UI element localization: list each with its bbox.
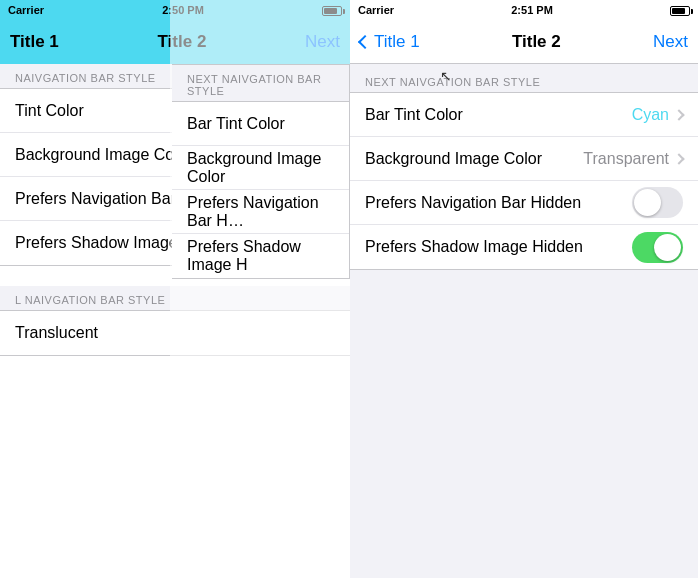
- mid-bar-tint-label: Bar Tint Color: [187, 115, 334, 133]
- table-row[interactable]: Prefers Navigation Bar H…: [172, 190, 349, 234]
- left-status-bar: Carrier 2:50 PM: [0, 0, 350, 20]
- translucent-label: Translucent: [15, 324, 335, 342]
- right-table: Bar Tint Color Cyan Background Image Col…: [350, 92, 698, 270]
- shadow-hidden-label: Prefers Shadow Image Hidden: [365, 238, 632, 256]
- bar-tint-label: Bar Tint Color: [365, 106, 632, 124]
- right-carrier: Carrier: [358, 4, 394, 16]
- right-nav-bar: Title 1 Title 2 Next: [350, 20, 698, 64]
- mid-overlay-panel: NEXT NAIVGATION BAR STYLE Bar Tint Color…: [172, 64, 350, 279]
- left-nav-bar: Title 1 Title 2 Next: [0, 20, 350, 64]
- mid-table: Bar Tint Color Background Image Color Pr…: [172, 101, 349, 279]
- table-row[interactable]: Bar Tint Color: [172, 102, 349, 146]
- left-panel: Carrier 2:50 PM Title 1 Title 2 Next NAI…: [0, 0, 350, 578]
- left-status-icons: [322, 4, 342, 16]
- nav-hidden-toggle[interactable]: [632, 187, 683, 218]
- table-row[interactable]: Prefers Navigation Bar Hidden: [350, 181, 698, 225]
- back-title: Title 1: [374, 32, 420, 52]
- bg-image-color-value: Transparent: [583, 150, 669, 168]
- table-row[interactable]: Prefers Shadow Image Hidden: [350, 225, 698, 269]
- bg-image-color-label: Background Image Color: [365, 150, 583, 168]
- back-chevron-icon: [358, 34, 372, 48]
- right-time: 2:51 PM: [511, 4, 553, 16]
- chevron-right-icon: [673, 109, 684, 120]
- table-row[interactable]: Bar Tint Color Cyan: [350, 93, 698, 137]
- back-button[interactable]: Title 1: [360, 32, 420, 52]
- right-status-bar: Carrier 2:51 PM: [350, 0, 698, 20]
- toggle-thumb: [654, 234, 681, 261]
- right-battery-icon: [670, 4, 690, 16]
- right-panel: Carrier 2:51 PM Title 1 Title 2 Next ↖ N…: [350, 0, 698, 578]
- mid-section-header: NEXT NAIVGATION BAR STYLE: [172, 64, 349, 101]
- nav-hidden-label: Prefers Navigation Bar Hidden: [365, 194, 632, 212]
- left-nav-title2: Title 2: [158, 32, 207, 52]
- left-nav-title1: Title 1: [10, 32, 59, 52]
- right-next-button[interactable]: Next: [653, 32, 688, 52]
- right-section-header: NEXT NAIVGATION BAR STYLE: [350, 68, 698, 92]
- toggle-thumb: [634, 189, 661, 216]
- shadow-hidden-toggle[interactable]: [632, 232, 683, 263]
- left-carrier: Carrier: [8, 4, 44, 16]
- table-row[interactable]: Translucent: [0, 311, 350, 355]
- left-table2: Translucent: [0, 310, 350, 356]
- right-status-icons: [670, 4, 690, 16]
- left-next-button[interactable]: Next: [305, 32, 340, 52]
- right-nav-title: Title 2: [512, 32, 561, 52]
- cursor-icon: ↖: [440, 68, 450, 82]
- bar-tint-value: Cyan: [632, 106, 669, 124]
- chevron-right-icon: [673, 153, 684, 164]
- table-row[interactable]: Background Image Color: [172, 146, 349, 190]
- mid-nav-hidden-label: Prefers Navigation Bar H…: [187, 194, 334, 230]
- table-row[interactable]: Prefers Shadow Image H: [172, 234, 349, 278]
- battery-icon: [322, 4, 342, 16]
- mid-shadow-label: Prefers Shadow Image H: [187, 238, 334, 274]
- left-section2-header: L NAIVGATION BAR STYLE: [0, 286, 350, 310]
- table-row[interactable]: Background Image Color Transparent: [350, 137, 698, 181]
- left-time: 2:50 PM: [162, 4, 204, 16]
- mid-bg-image-label: Background Image Color: [187, 150, 334, 186]
